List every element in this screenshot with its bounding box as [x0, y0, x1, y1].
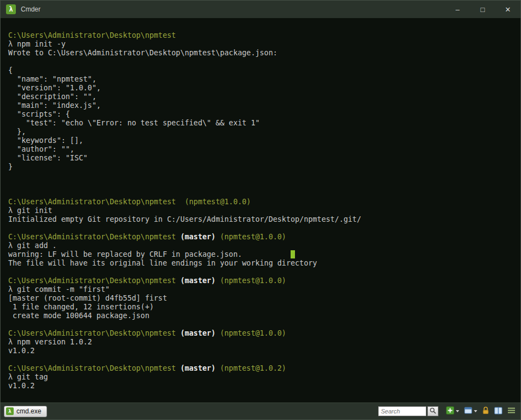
terminal-line: λ npm init -y: [8, 40, 515, 49]
terminal-line: "scripts": {: [8, 110, 515, 119]
terminal-text-segment: λ: [8, 40, 13, 48]
cmder-window: λ Cmder – □ ✕ C:\Users\Administrator\Des…: [0, 0, 521, 420]
terminal-text-segment: {: [8, 66, 13, 74]
terminal-text-segment: C:\Users\Administrator\Desktop\npmtest: [8, 198, 176, 206]
terminal-text-segment: "scripts": {: [8, 110, 70, 118]
terminal-line: v1.0.2: [8, 347, 515, 355]
terminal-text-segment: },: [8, 128, 26, 136]
terminal-text-segment: [242, 250, 291, 258]
terminal-line: [8, 189, 515, 198]
terminal-text-segment: "test": "echo \"Error: no test specified…: [8, 119, 260, 127]
search-input[interactable]: [378, 406, 426, 416]
create-console-dialog-button[interactable]: [462, 405, 479, 417]
terminal-line: [8, 224, 515, 233]
terminal-text-segment: "license": "ISC": [8, 154, 88, 162]
terminal-text-segment: λ: [8, 241, 13, 250]
terminal-text-segment: npm version 1.0.2: [13, 338, 92, 346]
terminal-text-segment: C:\Users\Administrator\Desktop\npmtest: [8, 233, 176, 241]
terminal-line: v1.0.2: [8, 382, 515, 390]
terminal-cursor: [291, 250, 295, 258]
console-tab-label: cmd.exe: [16, 407, 41, 415]
terminal-line: "keywords": [],: [8, 136, 515, 145]
minimize-button[interactable]: –: [445, 1, 470, 18]
terminal-text-segment: The file will have its original line end…: [8, 259, 317, 267]
terminal-text-segment: git init: [13, 206, 53, 215]
terminal-line: The file will have its original line end…: [8, 259, 515, 268]
terminal-text-segment: warning: LF will be replaced by CRLF in …: [8, 250, 242, 258]
terminal-line: C:\Users\Administrator\Desktop\npmtest (…: [8, 198, 515, 206]
lock-console-button[interactable]: [481, 405, 491, 417]
window-controls: – □ ✕: [445, 1, 520, 18]
terminal-line: λ git tag: [8, 373, 515, 382]
lock-icon: [482, 406, 489, 416]
terminal-line: }: [8, 163, 515, 171]
terminal-text-segment: [216, 329, 220, 337]
terminal-line: "description": "",: [8, 93, 515, 101]
terminal-text-segment: (master): [180, 233, 216, 241]
terminal-text-segment: git commit -m "first": [13, 285, 109, 294]
split-panes-icon: [494, 407, 502, 416]
terminal-text-segment: (npmtest@1.0.0): [220, 329, 286, 337]
terminal-text-segment: (master): [180, 277, 216, 285]
terminal-text-segment: npm init -y: [13, 40, 66, 48]
terminal-text-segment: C:\Users\Administrator\Desktop\npmtest: [8, 277, 176, 285]
terminal-text-segment: create mode 100644 package.json: [8, 312, 149, 320]
terminal-text-segment: "main": "index.js",: [8, 101, 101, 110]
terminal-line: "main": "index.js",: [8, 101, 515, 110]
chevron-down-icon: [456, 410, 459, 412]
main-menu-button[interactable]: [506, 405, 517, 417]
terminal-text-segment: λ: [8, 373, 13, 381]
terminal-text-segment: "author": "",: [8, 145, 74, 153]
terminal-line: C:\Users\Administrator\Desktop\npmtest (…: [8, 233, 515, 241]
terminal-text-segment: λ: [8, 338, 13, 346]
terminal-line: "name": "npmtest",: [8, 75, 515, 84]
terminal-line: [8, 355, 515, 364]
cmd-tab-icon: λ: [6, 407, 14, 415]
terminal-line: [8, 180, 515, 189]
terminal-text-segment: git add .: [13, 241, 57, 250]
terminal-text-segment: Initialized empty Git repository in C:/U…: [8, 215, 361, 223]
console-window-icon: [464, 406, 472, 416]
terminal-line: "license": "ISC": [8, 154, 515, 163]
terminal-line: 1 file changed, 12 insertions(+): [8, 303, 515, 312]
terminal-line: [8, 171, 515, 180]
search-button[interactable]: [427, 406, 438, 416]
chevron-down-icon: [474, 410, 477, 412]
terminal-line: [8, 57, 515, 66]
terminal-text-segment: 1 file changed, 12 insertions(+): [8, 303, 154, 311]
terminal-text-segment: git tag: [13, 373, 48, 381]
terminal-text-segment: "keywords": [],: [8, 136, 83, 145]
terminal-text-segment: (master): [180, 364, 216, 372]
close-button[interactable]: ✕: [495, 1, 520, 18]
terminal-line: {: [8, 66, 515, 75]
plus-icon: [446, 406, 454, 416]
terminal-text-segment: [master (root-commit) d4fb55d] first: [8, 294, 167, 302]
terminal-line: "version": "1.0.0",: [8, 84, 515, 93]
terminal-text-segment: v1.0.2: [8, 382, 34, 390]
terminal-line: λ git commit -m "first": [8, 285, 515, 294]
terminal-text-segment: "version": "1.0.0",: [8, 84, 101, 92]
terminal-line: [master (root-commit) d4fb55d] first: [8, 294, 515, 303]
terminal-text-segment: "name": "npmtest",: [8, 75, 96, 83]
console-tab-cmd[interactable]: λ cmd.exe: [4, 406, 47, 417]
terminal-output[interactable]: C:\Users\Administrator\Desktop\npmtestλ …: [1, 18, 520, 402]
terminal-line: [8, 320, 515, 329]
split-view-button[interactable]: [493, 405, 504, 417]
terminal-line: C:\Users\Administrator\Desktop\npmtest (…: [8, 277, 515, 285]
maximize-button[interactable]: □: [470, 1, 495, 18]
terminal-line: "test": "echo \"Error: no test specified…: [8, 119, 515, 128]
terminal-line: λ npm version 1.0.2: [8, 338, 515, 347]
new-console-button[interactable]: [444, 405, 461, 417]
terminal-text-segment: (npmtest@1.0.2): [220, 364, 286, 372]
terminal-text-segment: (master): [180, 329, 216, 337]
terminal-text-segment: (npmtest@1.0.0): [220, 277, 286, 285]
terminal-text-segment: λ: [8, 285, 13, 294]
terminal-text-segment: (npmtest@1.0.0): [220, 233, 286, 241]
terminal-text-segment: (npmtest@1.0.0): [184, 198, 251, 206]
terminal-line: "author": "",: [8, 145, 515, 154]
terminal-text-segment: [216, 277, 220, 285]
terminal-line: C:\Users\Administrator\Desktop\npmtest: [8, 31, 515, 40]
terminal-text-segment: [176, 198, 184, 206]
window-title: Cmder: [21, 5, 445, 13]
titlebar[interactable]: λ Cmder – □ ✕: [1, 1, 520, 18]
